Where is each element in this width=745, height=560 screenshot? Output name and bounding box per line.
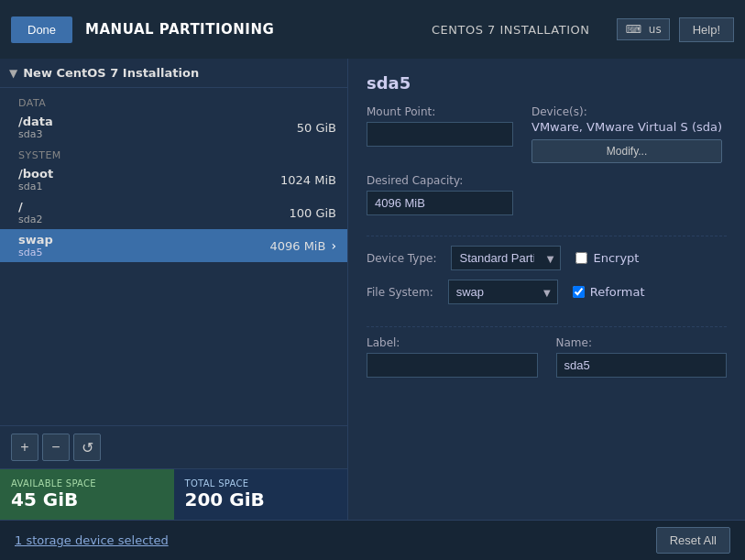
left-bottom-buttons: + − ↺: [0, 425, 347, 468]
left-panel: ▼ New CentOS 7 Installation DATA /data s…: [0, 59, 348, 520]
encrypt-label[interactable]: Encrypt: [593, 251, 639, 265]
selected-arrow-icon: ›: [331, 238, 336, 253]
done-button[interactable]: Done: [11, 16, 72, 43]
mount-point-input[interactable]: [367, 122, 513, 147]
device-info: Device(s): VMware, VMware Virtual S (sda…: [531, 105, 722, 163]
section-label-data: DATA: [0, 92, 347, 111]
available-space-label: AVAILABLE SPACE: [11, 478, 163, 489]
partition-size-arrow: 4096 MiB ›: [269, 238, 336, 253]
tree-header: ▼ New CentOS 7 Installation: [0, 59, 347, 88]
partition-device: sda3: [18, 128, 53, 140]
partition-detail-title: sda5: [367, 73, 727, 93]
total-space-value: 200 GiB: [185, 489, 337, 511]
partition-size-swap: 4096 MiB: [269, 239, 325, 253]
partition-item-data[interactable]: /data sda3 50 GiB: [0, 111, 347, 144]
partition-item-boot[interactable]: /boot sda1 1024 MiB: [0, 163, 347, 196]
name-group: Name:: [556, 336, 728, 378]
device-type-label: Device Type:: [367, 252, 436, 265]
filesystem-dropdown[interactable]: swapext4ext3ext2xfsvfatbiosbootEFI Syste…: [448, 280, 558, 304]
desired-capacity-group: Desired Capacity:: [367, 174, 513, 215]
partition-size-root: 100 GiB: [289, 206, 336, 220]
remove-partition-button[interactable]: −: [42, 434, 70, 461]
partition-name-boot: /boot: [18, 167, 53, 181]
separator-1: [367, 236, 727, 236]
keyboard-icon: ⌨: [625, 23, 641, 36]
available-space-box: AVAILABLE SPACE 45 GiB: [0, 469, 174, 520]
reformat-group: Reformat: [573, 285, 645, 299]
keyboard-layout-selector[interactable]: ⌨ us: [617, 18, 669, 40]
encrypt-checkbox[interactable]: [575, 252, 587, 264]
section-label-system: SYSTEM: [0, 144, 347, 163]
main-content: ▼ New CentOS 7 Installation DATA /data s…: [0, 59, 745, 520]
add-partition-button[interactable]: +: [11, 434, 38, 461]
partition-size-boot: 1024 MiB: [280, 173, 336, 187]
encrypt-group: Encrypt: [575, 251, 639, 265]
partition-device-root: sda2: [18, 214, 42, 225]
centos-title: CENTOS 7 INSTALLATION: [432, 23, 590, 37]
label-group: Label:: [367, 336, 538, 378]
mount-device-row: Mount Point: Device(s): VMware, VMware V…: [367, 105, 727, 163]
mount-point-label: Mount Point:: [367, 105, 513, 118]
reset-all-button[interactable]: Reset All: [656, 527, 730, 554]
modify-button[interactable]: Modify...: [531, 139, 722, 163]
partition-name: /data: [18, 115, 53, 128]
device-type-row: Device Type: Standard PartitionLVMLVM Th…: [367, 246, 727, 270]
name-label-row: Label: Name:: [367, 336, 727, 378]
name-input[interactable]: [556, 353, 728, 378]
header: Done MANUAL PARTITIONING CENTOS 7 INSTAL…: [0, 0, 745, 59]
partition-left-boot: /boot sda1: [18, 167, 53, 192]
partition-item-swap[interactable]: swap sda5 4096 MiB ›: [0, 229, 347, 262]
partition-left-root: / sda2: [18, 200, 42, 225]
app-title: MANUAL PARTITIONING: [85, 21, 274, 38]
refresh-button[interactable]: ↺: [73, 434, 101, 461]
total-space-label: TOTAL SPACE: [185, 478, 337, 489]
partition-size: 50 GiB: [297, 121, 336, 135]
desired-capacity-label: Desired Capacity:: [367, 174, 513, 187]
desired-capacity-input[interactable]: [367, 191, 513, 215]
right-panel: sda5 Mount Point: Device(s): VMware, VMw…: [348, 59, 745, 520]
reformat-checkbox[interactable]: [573, 286, 585, 298]
header-right: CENTOS 7 INSTALLATION ⌨ us Help!: [432, 17, 734, 42]
partition-list: DATA /data sda3 50 GiB SYSTEM /boot sda1…: [0, 88, 347, 425]
partition-item-root[interactable]: / sda2 100 GiB: [0, 196, 347, 229]
device-label: Device(s):: [531, 105, 722, 118]
filesystem-select[interactable]: swapext4ext3ext2xfsvfatbiosbootEFI Syste…: [448, 280, 558, 304]
help-button[interactable]: Help!: [679, 17, 734, 42]
available-space-value: 45 GiB: [11, 489, 163, 511]
partition-name-root: /: [18, 200, 42, 214]
partition-device-swap: sda5: [18, 247, 53, 258]
space-row: AVAILABLE SPACE 45 GiB TOTAL SPACE 200 G…: [0, 468, 347, 520]
filesystem-label: File System:: [367, 286, 433, 299]
header-left: Done MANUAL PARTITIONING: [11, 16, 274, 43]
device-value: VMware, VMware Virtual S (sda): [531, 120, 722, 134]
separator-2: [367, 326, 727, 327]
total-space-box: TOTAL SPACE 200 GiB: [174, 469, 348, 520]
name-field-label: Name:: [556, 336, 728, 349]
partition-left-swap: swap sda5: [18, 233, 53, 258]
label-input[interactable]: [367, 353, 538, 378]
label-field-label: Label:: [367, 336, 538, 349]
reformat-label[interactable]: Reformat: [590, 285, 645, 299]
keyboard-layout-value: us: [649, 23, 662, 36]
device-type-dropdown[interactable]: Standard PartitionLVMLVM Thin Provisioni…: [451, 246, 561, 270]
filesystem-row: File System: swapext4ext3ext2xfsvfatbios…: [367, 280, 727, 304]
partition-name-swap: swap: [18, 233, 53, 247]
desired-capacity-row: Desired Capacity:: [367, 174, 727, 215]
storage-device-link[interactable]: 1 storage device selected: [15, 533, 169, 547]
mount-point-group: Mount Point:: [367, 105, 513, 163]
partition-device-boot: sda1: [18, 181, 53, 192]
tree-arrow-icon: ▼: [9, 67, 17, 80]
footer: 1 storage device selected Reset All: [0, 520, 745, 560]
tree-title: New CentOS 7 Installation: [23, 66, 199, 80]
partition-left: /data sda3: [18, 115, 53, 140]
device-type-select[interactable]: Standard PartitionLVMLVM Thin Provisioni…: [451, 246, 561, 270]
